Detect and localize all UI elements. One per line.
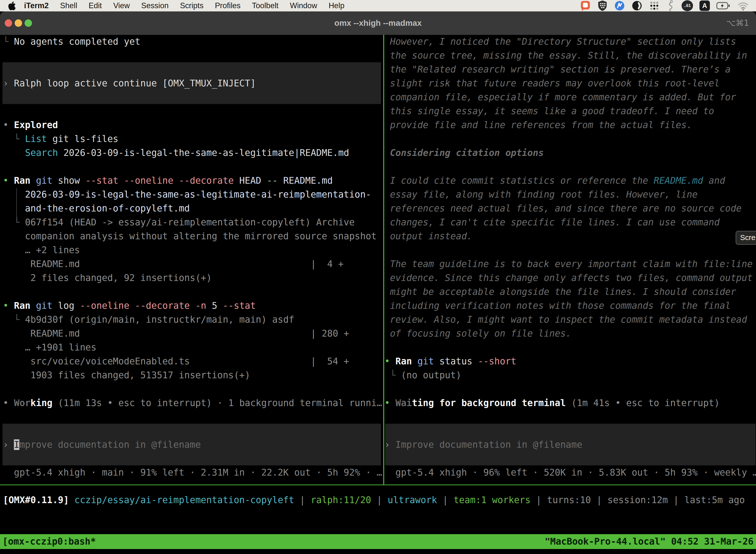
terminal-line: Considering citation options (384, 146, 544, 160)
terminal-line: Search 2026-03-09-is-legal-the-same-as-l… (0, 146, 349, 160)
terminal-line: review. Also, I might want to inspect th… (384, 313, 747, 327)
window-title: omx --xhigh --madmax (0, 11, 756, 35)
menu-items: iTerm2ShellEditViewSessionScriptsProfile… (18, 1, 350, 10)
terminal-line: └ List git ls-files (0, 132, 118, 146)
tmux-status-bar: [omx-cczip0:bash* "MacBook-Pro-44.local"… (0, 534, 756, 549)
window-shortcut-badge: ⌥⌘1 (726, 11, 749, 35)
terminal-line: • Waiting for background terminal (1m 41… (384, 396, 719, 410)
terminal-line: … +2 lines (0, 243, 80, 257)
terminal-content: › Ralph loop active continue [OMX_TMUX_I… (0, 35, 756, 485)
pane-divider[interactable] (383, 35, 384, 485)
left-pane[interactable]: › Ralph loop active continue [OMX_TMUX_I… (0, 35, 381, 485)
screen-overlay-button[interactable]: Scre (736, 231, 756, 245)
dots-grid-icon[interactable] (649, 0, 660, 11)
terminal-line: README.md | 280 + (0, 327, 349, 340)
titlebar[interactable]: omx --xhigh --madmax ⌥⌘1 (0, 11, 756, 35)
input-source-icon[interactable]: A (699, 0, 710, 11)
tmux-session-label[interactable]: [omx-cczip0:bash* (2, 534, 96, 549)
terminal-line: └ No agents completed yet (0, 35, 140, 49)
terminal-line: this single essay, it seems like a good … (384, 104, 714, 118)
terminal-line: • Explored (0, 118, 58, 132)
terminal-line: slight risk that future readers may over… (384, 76, 719, 90)
terminal-line: › Improve documentation in @filename (384, 438, 582, 452)
terminal-line: └ (no output) (384, 368, 461, 382)
menu-item-help[interactable]: Help (323, 1, 350, 10)
menu-item-view[interactable]: View (108, 1, 136, 10)
terminal-line: including verification notes with those … (384, 299, 731, 313)
terminal-line: I could cite commit statistics or refere… (384, 174, 725, 188)
terminal-line: The team guideline is to back every impo… (384, 257, 753, 271)
omx-status-bar: [OMX#0.11.9] cczip/essay/ai-reimplementa… (0, 493, 756, 507)
terminal-line: the "Related research writing" section i… (384, 63, 731, 76)
terminal-line: 2026-03-09-is-legal-the-same-as-legitima… (0, 188, 371, 202)
menu-item-iterm2[interactable]: iTerm2 (18, 1, 54, 10)
pane-bottom-border (0, 485, 756, 485)
terminal-line: src/voice/voiceModeEnabled.ts | 54 + (0, 354, 349, 368)
terminal-line: … +1901 lines (0, 340, 97, 354)
menu-item-window[interactable]: Window (284, 1, 323, 10)
menu-item-toolbelt[interactable]: Toolbelt (246, 1, 284, 10)
terminal-line: README.md | 4 + (0, 257, 344, 271)
apple-menu-icon[interactable] (7, 1, 16, 11)
menubar: iTerm2ShellEditViewSessionScriptsProfile… (0, 0, 756, 11)
terminal-line: changes, I can't cite specific file line… (384, 215, 719, 229)
wifi-icon[interactable] (737, 1, 749, 11)
menu-item-shell[interactable]: Shell (54, 1, 83, 10)
chat-bubble-icon[interactable] (580, 0, 591, 11)
menu-item-scripts[interactable]: Scripts (174, 1, 209, 10)
right-pane[interactable]: › Improve documentation in @filename How… (384, 35, 756, 485)
terminal-line: evidence. Since this change only affects… (384, 271, 753, 285)
terminal-line: 1903 files changed, 513517 insertions(+) (0, 368, 250, 382)
terminal-line: and-the-erosion-of-copyleft.md (0, 202, 190, 215)
tree-connector-line (16, 188, 17, 217)
terminal-line: └ 4b9d30f (origin/main, instructkr/main,… (0, 313, 294, 327)
terminal-line: output instead. (384, 229, 472, 243)
terminal-line: companion analysis without altering the … (0, 229, 377, 243)
terminal-line: gpt-5.4 xhigh · main · 91% left · 2.31M … (0, 466, 382, 480)
terminal-line: However, I noticed the "Directory Struct… (384, 35, 736, 49)
terminal-line: the source tree, missing the essay. Stil… (384, 49, 747, 63)
menu-item-session[interactable]: Session (135, 1, 174, 10)
terminal-line: 2 files changed, 92 insertions(+) (0, 271, 212, 285)
usage-meter-icon[interactable]: ..61 (682, 0, 693, 11)
terminal-line: provide file and line references from th… (384, 118, 692, 132)
menu-item-profiles[interactable]: Profiles (209, 1, 246, 10)
terminal-window: omx --xhigh --madmax ⌥⌘1 › Ralph loop ac… (0, 11, 756, 554)
terminal-line: companion file, especially if more comme… (384, 90, 736, 104)
squiggle-icon[interactable] (666, 0, 675, 11)
terminal-line: • Ran git log --oneline --decorate -n 5 … (0, 299, 256, 313)
terminal-line: └ 067f154 (HEAD -> essay/ai-reimplementa… (0, 215, 355, 229)
terminal-line: • Ran git show --stat --oneline --decora… (0, 174, 333, 188)
tmux-host-time-label: "MacBook-Pro-44.local" 04:52 31-Mar-26 (545, 534, 754, 549)
blue-pinwheel-icon[interactable] (614, 0, 625, 11)
terminal-line: essay file, along with finding root file… (384, 188, 698, 202)
terminal-line: • Working (11m 13s • esc to interrupt) ·… (0, 396, 382, 410)
terminal-line: gpt-5.4 xhigh · 96% left · 520K in · 5.8… (384, 466, 756, 480)
terminal-line: › Improve documentation in @filename (0, 438, 201, 452)
terminal-line: of focusing solely on file lines. (384, 327, 571, 340)
battery-icon (716, 1, 731, 10)
dark-pie-icon[interactable] (631, 0, 642, 11)
shield-icon[interactable] (597, 0, 608, 11)
terminal-line: might be acceptable alongside the file l… (384, 285, 736, 299)
menubar-status-icons: ..61 A (580, 0, 749, 11)
terminal-line: • Ran git status --short (384, 354, 516, 368)
menu-item-edit[interactable]: Edit (83, 1, 107, 10)
terminal-line: › Ralph loop active continue [OMX_TMUX_I… (0, 76, 256, 90)
terminal-line: references need actual files, and since … (384, 202, 742, 215)
